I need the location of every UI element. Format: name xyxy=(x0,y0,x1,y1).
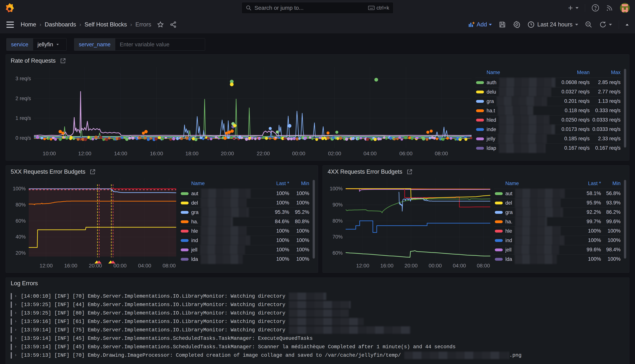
expand-log-icon[interactable]: › xyxy=(15,353,18,358)
legend-row[interactable]: del95.9%93.9% xyxy=(494,198,621,208)
legend-column-header[interactable]: Last * xyxy=(270,180,290,189)
legend-row[interactable]: ha.t0.118 req/s0.333 req/s xyxy=(475,106,621,115)
legend-row[interactable]: gra95.3%95.2% xyxy=(180,208,310,217)
log-row[interactable]: ›[13:59:14] [INF] [45] Emby.Server.Imple… xyxy=(11,342,624,351)
refresh-button[interactable] xyxy=(599,21,612,28)
star-icon[interactable] xyxy=(157,21,164,28)
x-axis: 10:0012:0014:0016:0018:0020:0022:0000:00… xyxy=(34,148,471,158)
legend-row[interactable]: lda100%100% xyxy=(180,254,310,264)
log-row[interactable]: ›[13:59:14] [INF] [75] Emby.Server.Imple… xyxy=(11,326,624,334)
redacted-log-text xyxy=(404,352,509,359)
legend-row[interactable]: ind100%100% xyxy=(494,236,621,245)
rate-chart[interactable]: 3 req/s2 req/s1 req/s0 req/s10:0012:0014… xyxy=(8,67,471,158)
legend-column-header[interactable]: Name xyxy=(494,180,582,189)
external-link-icon[interactable] xyxy=(406,168,413,175)
legend-value: 0.0333 req/s xyxy=(590,115,621,125)
log-row[interactable]: ›[13:59:16] [INF] [61] Emby.Server.Imple… xyxy=(11,317,624,326)
err4xx-chart[interactable]: 100%90%80%70%60%12:0016:0020:0000:0004:0… xyxy=(325,178,490,270)
panel-title[interactable]: Log Errors xyxy=(11,280,38,287)
log-row[interactable]: ›[13:59:25] [INF] [80] Emby.Server.Imple… xyxy=(11,309,624,317)
plot-area[interactable] xyxy=(34,67,471,148)
legend-column-header[interactable]: Name xyxy=(475,68,559,78)
legend-row[interactable]: gra0.201 req/s1.13 req/s xyxy=(475,96,621,106)
expand-log-icon[interactable]: › xyxy=(15,344,18,349)
legend-row[interactable]: ind100%100% xyxy=(180,236,310,245)
expand-log-icon[interactable]: › xyxy=(15,311,18,316)
data-point xyxy=(298,138,301,140)
data-point xyxy=(311,138,314,140)
legend-column-header[interactable]: Min xyxy=(602,180,621,189)
legend-column-header[interactable]: Mean xyxy=(559,68,590,78)
save-icon[interactable] xyxy=(499,21,506,28)
legend-column-header[interactable]: Min xyxy=(290,180,310,189)
search-input[interactable]: Search or jump to... ctrl+k xyxy=(242,2,393,14)
data-point xyxy=(176,137,179,140)
panel-title[interactable]: 5XX Requests Error Budgets xyxy=(11,168,85,175)
y-axis: 100%90%80%70%60% xyxy=(325,178,346,260)
plot-area[interactable] xyxy=(346,178,490,260)
panel-title[interactable]: Rate of Requests xyxy=(11,58,56,64)
legend-value: 99.6% xyxy=(602,217,621,226)
log-row[interactable]: ›[13:59:14] [INF] [45] Emby.Server.Imple… xyxy=(11,334,624,342)
menu-icon[interactable] xyxy=(7,22,14,28)
log-row[interactable]: ›[14:00:10] [INF] [70] Emby.Server.Imple… xyxy=(11,292,624,300)
legend-row[interactable]: inde0.0173 req/s0.0333 req/s xyxy=(475,125,621,134)
legend-row[interactable]: jell99.6%98.4% xyxy=(494,245,621,254)
help-icon[interactable] xyxy=(591,4,599,12)
y-tick-label: 3 req/s xyxy=(16,76,31,82)
legend-scrollbar[interactable] xyxy=(624,180,626,258)
external-link-icon[interactable] xyxy=(90,168,96,175)
legend-row[interactable]: ha.84.6%80.8% xyxy=(180,217,310,226)
data-point xyxy=(195,138,197,140)
legend-row[interactable]: hled0.0250 req/s0.0333 req/s xyxy=(475,115,621,125)
legend-row[interactable]: ldap0.167 req/s0.167 req/s xyxy=(475,144,621,153)
share-icon[interactable] xyxy=(170,21,177,28)
series-name: lda xyxy=(191,256,198,262)
legend-row[interactable]: gra92.2%86.2% xyxy=(494,208,621,217)
user-avatar[interactable] xyxy=(620,3,630,13)
legend-row[interactable]: jell100%100% xyxy=(180,245,310,254)
settings-gear-icon[interactable] xyxy=(513,21,521,28)
new-button[interactable]: + xyxy=(568,3,578,12)
breadcrumb-folder[interactable]: Self Host Blocks xyxy=(85,21,127,28)
legend-row[interactable]: hle100%100% xyxy=(180,226,310,236)
legend-row[interactable]: aut100%100% xyxy=(180,189,310,198)
legend-row[interactable]: del100%100% xyxy=(180,198,310,208)
time-range-picker[interactable]: Last 24 hours xyxy=(527,21,578,28)
expand-log-icon[interactable]: › xyxy=(15,302,18,307)
external-link-icon[interactable] xyxy=(60,58,66,64)
collapse-toolbar-icon[interactable] xyxy=(625,24,628,26)
expand-log-icon[interactable]: › xyxy=(15,328,18,332)
expand-log-icon[interactable]: › xyxy=(15,319,18,324)
news-icon[interactable] xyxy=(606,4,613,12)
log-row[interactable]: ›[13:59:25] [INF] [44] Emby.Server.Imple… xyxy=(11,300,624,309)
legend-column-header[interactable]: Max xyxy=(590,68,621,78)
panel-title[interactable]: 4XX Requests Error Budgets xyxy=(328,168,402,175)
breadcrumb-home[interactable]: Home xyxy=(21,21,36,28)
legend-column-header[interactable]: Name xyxy=(180,180,270,189)
err5xx-chart[interactable]: 100%80%60%40%20%12:0016:0020:0000:0004:0… xyxy=(8,178,176,270)
data-point xyxy=(410,137,413,140)
add-button[interactable]: Add xyxy=(468,21,492,28)
legend-row[interactable]: aut58.1%56.8% xyxy=(494,189,621,198)
legend-row[interactable]: jelly0.185 req/s2.33 req/s xyxy=(475,134,621,144)
log-row[interactable]: ›[13:59:13] [INF] [70] Emby.Drawing.Imag… xyxy=(11,351,624,360)
grafana-logo[interactable] xyxy=(5,3,14,12)
variable-server-name-input[interactable] xyxy=(120,41,200,48)
variable-service-select[interactable]: jellyfin xyxy=(33,38,67,51)
legend-column-header[interactable]: Last * xyxy=(582,180,601,189)
expand-log-icon[interactable]: › xyxy=(15,336,18,341)
legend-row[interactable]: ha.99.7%99.6% xyxy=(494,217,621,226)
legend-scrollbar[interactable] xyxy=(624,69,626,148)
plot-area[interactable] xyxy=(29,178,176,260)
legend-row[interactable]: auth0.0608 req/s2.85 req/s xyxy=(475,78,621,87)
variable-service-label: service xyxy=(7,38,33,51)
legend-row[interactable]: delu0.0327 req/s2.77 req/s xyxy=(475,87,621,96)
legend-scrollbar[interactable] xyxy=(313,180,315,258)
legend-row[interactable]: lda100%100% xyxy=(494,254,621,264)
legend-value: 100% xyxy=(602,254,621,264)
zoom-out-icon[interactable] xyxy=(585,21,592,28)
legend-row[interactable]: hle100%100% xyxy=(494,226,621,236)
breadcrumb-dashboards[interactable]: Dashboards xyxy=(45,21,76,28)
expand-log-icon[interactable]: › xyxy=(15,294,18,298)
